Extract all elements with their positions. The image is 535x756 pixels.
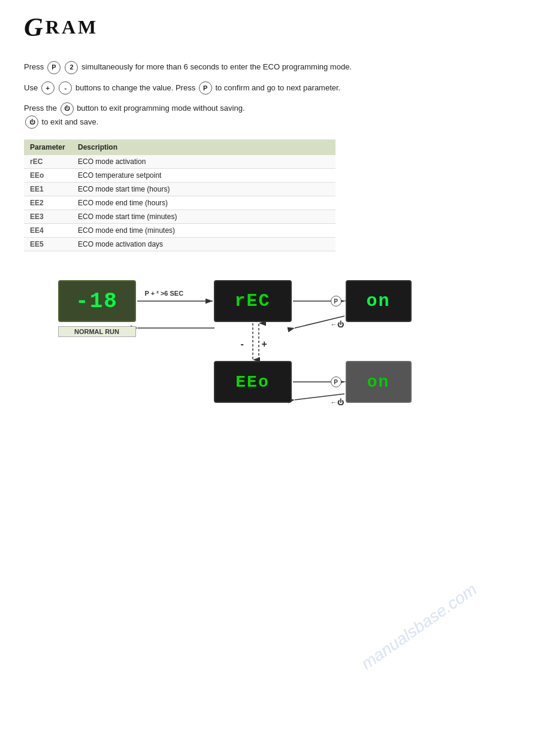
logo-area: GRAM: [24, 12, 511, 42]
eco-display-value: EEo: [235, 373, 269, 391]
p-button-inline: P: [47, 61, 61, 74]
table-row: EE4 ECO mode end time (minutes): [24, 224, 335, 238]
table-row: EEo ECO temperature setpoint: [24, 169, 335, 183]
logo-ram: RAM: [46, 16, 98, 38]
diagram-area: -18 NORMAL RUN P + ² >6 SEC rEC P→ on ←⏻…: [58, 268, 477, 436]
rec-display: rEC: [214, 280, 292, 322]
desc-cell: ECO mode end time (minutes): [72, 224, 335, 238]
instruction-line1: Press P 2 simultaneously for more than 6…: [24, 60, 511, 74]
on-display-bottom-value: on: [367, 373, 390, 391]
desc-cell: ECO mode start time (hours): [72, 183, 335, 196]
desc-cell: ECO mode activation days: [72, 238, 335, 251]
plus-label: +: [262, 339, 267, 350]
parameter-table: Parameter Description rEC ECO mode activ…: [24, 139, 335, 251]
on-display-top-value: on: [366, 291, 390, 311]
rec-display-value: rEC: [234, 291, 270, 311]
instruction-line3: Press the ⏻ button to exit programming m…: [24, 102, 511, 116]
param-cell: EE3: [24, 210, 72, 224]
power-return-top: ←⏻: [331, 321, 344, 328]
normal-display-value: -18: [75, 289, 118, 314]
plus-button-inline: +: [41, 81, 55, 95]
param-cell: EEo: [24, 169, 72, 183]
table-header-desc: Description: [72, 139, 335, 155]
desc-cell: ECO mode end time (hours): [72, 196, 335, 210]
desc-cell: ECO mode activation: [72, 155, 335, 169]
param-cell: rEC: [24, 155, 72, 169]
instruction-line4: ⏻ to exit and save.: [24, 116, 511, 129]
table-row: EE2 ECO mode end time (hours): [24, 196, 335, 210]
eco-display: EEo: [214, 361, 292, 403]
table-row: EE1 ECO mode start time (hours): [24, 183, 335, 196]
p-circle-bottom: P: [331, 377, 341, 387]
power-return-bottom: ←⏻: [331, 399, 344, 406]
desc-cell: ECO temperature setpoint: [72, 169, 335, 183]
logo-g: G: [24, 12, 44, 42]
table-header-param: Parameter: [24, 139, 72, 155]
desc-cell: ECO mode start time (minutes): [72, 210, 335, 224]
instructions-2: Use + - buttons to change the value. Pre…: [24, 81, 511, 95]
normal-run-label: NORMAL RUN: [58, 326, 136, 337]
table-row: EE5 ECO mode activation days: [24, 238, 335, 251]
p-circle-top: P: [331, 296, 341, 306]
p-confirm-inline: P: [199, 81, 212, 95]
param-cell: EE4: [24, 224, 72, 238]
watermark: manualsbase.com: [358, 580, 480, 674]
instructions: Press P 2 simultaneously for more than 6…: [24, 60, 511, 74]
normal-run-display: -18: [58, 280, 136, 322]
two-button-inline: 2: [65, 61, 78, 74]
minus-button-inline: -: [59, 81, 72, 95]
param-cell: EE2: [24, 196, 72, 210]
minus-label: -: [241, 339, 244, 350]
instruction-line2: Use + - buttons to change the value. Pre…: [24, 81, 511, 95]
table-row: EE3 ECO mode start time (minutes): [24, 210, 335, 224]
param-cell: EE5: [24, 238, 72, 251]
table-row: rEC ECO mode activation: [24, 155, 335, 169]
arrow-label-p2-6sec: P + ² >6 SEC: [145, 290, 184, 297]
on-display-top: on: [346, 280, 412, 322]
power-button-inline2: ⏻: [25, 116, 38, 129]
logo: GRAM: [24, 12, 511, 42]
on-display-bottom: on: [346, 361, 412, 403]
param-cell: EE1: [24, 183, 72, 196]
instructions-3: Press the ⏻ button to exit programming m…: [24, 102, 511, 129]
power-button-inline: ⏻: [61, 102, 74, 116]
